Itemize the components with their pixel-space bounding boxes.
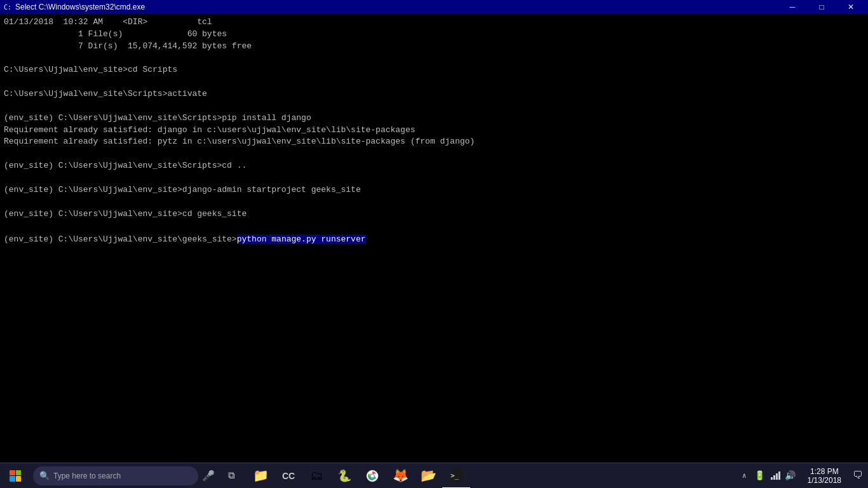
cc-icon: CC <box>282 471 295 481</box>
terminal-line: (env_site) C:\Users\Ujjwal\env_site>djan… <box>4 184 864 196</box>
close-button[interactable]: ✕ <box>836 0 865 14</box>
windows-logo-icon <box>10 470 21 482</box>
terminal-window: 01/13/2018 10:32 AM <DIR> tcl 1 File(s) … <box>0 14 868 463</box>
minimize-button[interactable]: ─ <box>778 0 807 14</box>
terminal-line: C:\Users\Ujjwal\env_site>cd Scripts <box>4 64 864 76</box>
terminal-line <box>4 53 864 65</box>
file-explorer-icon: 📁 <box>253 468 269 484</box>
terminal-line: (env_site) C:\Users\Ujjwal\env_site\Scri… <box>4 112 864 125</box>
svg-rect-10 <box>778 471 780 480</box>
terminal-line: 7 Dir(s) 15,074,414,592 bytes free <box>4 41 864 53</box>
cmd-icon: C:\ <box>3 3 11 11</box>
notifications-button[interactable]: 🗨 <box>848 463 868 489</box>
taskbar-app-pycharm[interactable]: 🐍 <box>330 463 358 489</box>
notification-icon: 🗨 <box>853 470 863 482</box>
window-controls: ─ □ ✕ <box>778 0 865 14</box>
taskbar-apps: 📁 CC 🗂 🐍 🦊 <box>247 463 470 489</box>
current-command: python manage.py runserver <box>237 234 366 244</box>
terminal-line <box>4 196 864 208</box>
clock-date: 1/13/2018 <box>808 476 841 485</box>
microphone-icon: 🎤 <box>202 470 215 482</box>
battery-icon: 🔋 <box>753 463 767 489</box>
terminal-line <box>4 172 864 184</box>
svg-text:>_: >_ <box>451 471 459 480</box>
titlebar: C:\ Select C:\Windows\system32\cmd.exe ─… <box>0 0 868 14</box>
terminal-line: C:\Users\Ujjwal\env_site\Scripts>activat… <box>4 88 864 100</box>
terminal-taskbar-icon: >_ <box>449 468 463 482</box>
terminal-line: 1 File(s) 60 bytes <box>4 29 864 41</box>
titlebar-left: C:\ Select C:\Windows\system32\cmd.exe <box>3 3 145 11</box>
terminal-line: Requirement already satisfied: django in… <box>4 125 864 137</box>
taskbar-app-firefox[interactable]: 🦊 <box>386 463 414 489</box>
pycharm-icon: 🐍 <box>337 469 351 483</box>
firefox-icon: 🦊 <box>393 468 409 484</box>
clock-area[interactable]: 1:28 PM 1/13/2018 <box>801 463 848 489</box>
taskbar-app-folder[interactable]: 🗂 <box>302 463 330 489</box>
maximize-button[interactable]: □ <box>807 0 836 14</box>
taskbar-search[interactable]: 🔍 Type here to search <box>33 466 198 485</box>
svg-rect-9 <box>776 473 778 480</box>
taskbar-app-chrome[interactable] <box>358 463 386 489</box>
network-icon <box>768 463 782 489</box>
taskbar-app-terminal[interactable]: >_ <box>442 463 470 489</box>
tray-icons: 🔋 🔊 <box>749 463 801 489</box>
svg-text:C:\: C:\ <box>4 4 11 11</box>
search-icon: 🔍 <box>39 471 50 481</box>
terminal-line <box>4 76 864 88</box>
chrome-icon <box>365 469 379 483</box>
taskbar: 🔍 Type here to search 🎤 ⧉ 📁 CC 🗂 🐍 <box>0 463 868 488</box>
system-tray: ∧ 🔋 🔊 1:28 PM 1/13/2018 🗨 <box>740 463 868 489</box>
start-button[interactable] <box>0 463 31 489</box>
task-view-icon: ⧉ <box>228 470 235 482</box>
terminal-line <box>4 220 864 232</box>
cortana-button[interactable]: 🎤 <box>198 463 219 489</box>
taskbar-app-cc[interactable]: CC <box>275 463 302 489</box>
taskbar-app-files[interactable]: 📂 <box>414 463 442 489</box>
taskbar-app-file-explorer[interactable]: 📁 <box>247 463 275 489</box>
terminal-line <box>4 148 864 160</box>
volume-icon[interactable]: 🔊 <box>783 463 797 489</box>
files-icon: 📂 <box>421 468 437 484</box>
svg-point-4 <box>371 474 374 477</box>
terminal-current-line: (env_site) C:\Users\Ujjwal\env_site\geek… <box>4 232 864 247</box>
terminal-line: (env_site) C:\Users\Ujjwal\env_site\Scri… <box>4 160 864 172</box>
window-title: Select C:\Windows\system32\cmd.exe <box>15 3 145 11</box>
folder-icon: 🗂 <box>310 468 323 484</box>
terminal-line: (env_site) C:\Users\Ujjwal\env_site>cd g… <box>4 208 864 220</box>
terminal-line: 01/13/2018 10:32 AM <DIR> tcl <box>4 17 864 29</box>
terminal-line <box>4 100 864 112</box>
task-view-button[interactable]: ⧉ <box>219 463 244 489</box>
terminal-line: Requirement already satisfied: pytz in c… <box>4 136 864 148</box>
svg-rect-7 <box>771 477 773 480</box>
svg-rect-8 <box>773 475 775 480</box>
clock-time: 1:28 PM <box>810 467 839 476</box>
show-hidden-icons-button[interactable]: ∧ <box>740 463 749 489</box>
search-placeholder-text: Type here to search <box>53 471 121 480</box>
